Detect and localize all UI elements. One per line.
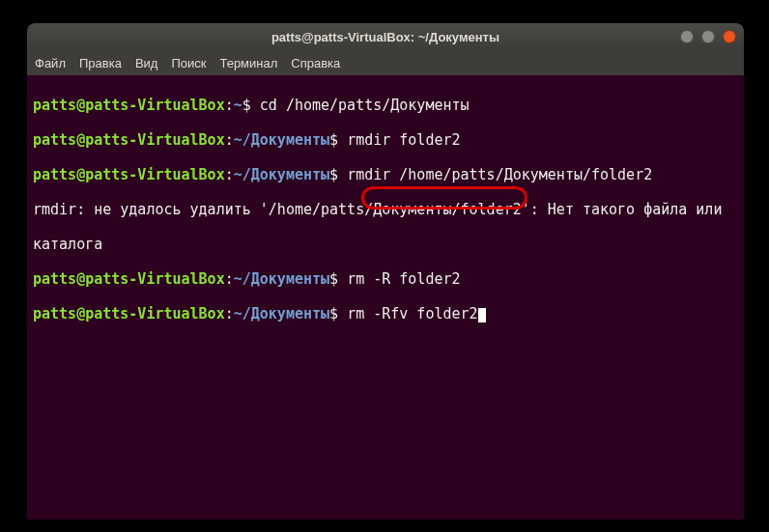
prompt-path: ~/Документы bbox=[234, 305, 329, 322]
command-text: rmdir folder2 bbox=[347, 131, 460, 149]
terminal-line: patts@patts-VirtualBox:~/Документы$ rmdi… bbox=[33, 131, 738, 149]
prompt-user: patts@patts-VirtualBox bbox=[33, 166, 225, 183]
terminal-line: patts@patts-VirtualBox:~$ cd /home/patts… bbox=[33, 97, 738, 114]
menu-file[interactable]: Файл bbox=[35, 56, 66, 70]
prompt-path: ~ bbox=[234, 97, 242, 114]
prompt-dollar: $ bbox=[329, 166, 347, 183]
menu-search[interactable]: Поиск bbox=[171, 56, 206, 70]
maximize-button[interactable] bbox=[701, 30, 715, 43]
prompt-colon: : bbox=[225, 131, 234, 149]
prompt-colon: : bbox=[225, 97, 234, 114]
prompt-colon: : bbox=[225, 270, 234, 288]
menu-help[interactable]: Справка bbox=[291, 56, 340, 70]
prompt-dollar: $ bbox=[329, 270, 347, 288]
menubar: Файл Правка Вид Поиск Терминал Справка bbox=[27, 50, 744, 75]
terminal-line: patts@patts-VirtualBox:~/Документы$ rm -… bbox=[33, 305, 738, 322]
menu-terminal[interactable]: Терминал bbox=[219, 56, 277, 70]
prompt-user: patts@patts-VirtualBox bbox=[33, 270, 225, 288]
prompt-colon: : bbox=[225, 305, 234, 322]
window-title: patts@patts-VirtualBox: ~/Документы bbox=[271, 30, 499, 44]
prompt-colon: : bbox=[225, 166, 234, 183]
command-text: rm -Rfv folder2 bbox=[347, 305, 477, 322]
output-text: каталога bbox=[33, 236, 102, 253]
terminal-body[interactable]: patts@patts-VirtualBox:~$ cd /home/patts… bbox=[27, 75, 744, 361]
prompt-user: patts@patts-VirtualBox bbox=[33, 131, 225, 149]
command-text: rmdir /home/patts/Документы/folder2 bbox=[347, 166, 652, 183]
prompt-dollar: $ bbox=[329, 305, 347, 322]
titlebar: patts@patts-VirtualBox: ~/Документы bbox=[27, 23, 744, 50]
prompt-path: ~/Документы bbox=[234, 270, 329, 288]
prompt-dollar: $ bbox=[329, 131, 347, 149]
terminal-window: patts@patts-VirtualBox: ~/Документы Файл… bbox=[27, 23, 744, 519]
menu-edit[interactable]: Правка bbox=[79, 56, 122, 70]
terminal-line: patts@patts-VirtualBox:~/Документы$ rm -… bbox=[33, 270, 738, 288]
menu-view[interactable]: Вид bbox=[135, 56, 158, 70]
cursor-icon bbox=[478, 308, 486, 322]
window-controls bbox=[680, 30, 736, 43]
command-text: cd /home/patts/Документы bbox=[260, 97, 470, 114]
output-text: rmdir: не удалось удалить '/home/patts/Д… bbox=[33, 201, 722, 218]
terminal-line: rmdir: не удалось удалить '/home/patts/Д… bbox=[33, 201, 738, 218]
close-button[interactable] bbox=[723, 30, 736, 43]
command-text: rm -R folder2 bbox=[347, 270, 460, 288]
prompt-user: patts@patts-VirtualBox bbox=[33, 97, 225, 114]
minimize-button[interactable] bbox=[680, 30, 694, 43]
prompt-dollar: $ bbox=[242, 97, 260, 114]
prompt-path: ~/Документы bbox=[234, 166, 329, 183]
terminal-line: patts@patts-VirtualBox:~/Документы$ rmdi… bbox=[33, 166, 738, 183]
prompt-path: ~/Документы bbox=[234, 131, 329, 149]
prompt-user: patts@patts-VirtualBox bbox=[33, 305, 225, 322]
terminal-line: каталога bbox=[33, 236, 738, 253]
